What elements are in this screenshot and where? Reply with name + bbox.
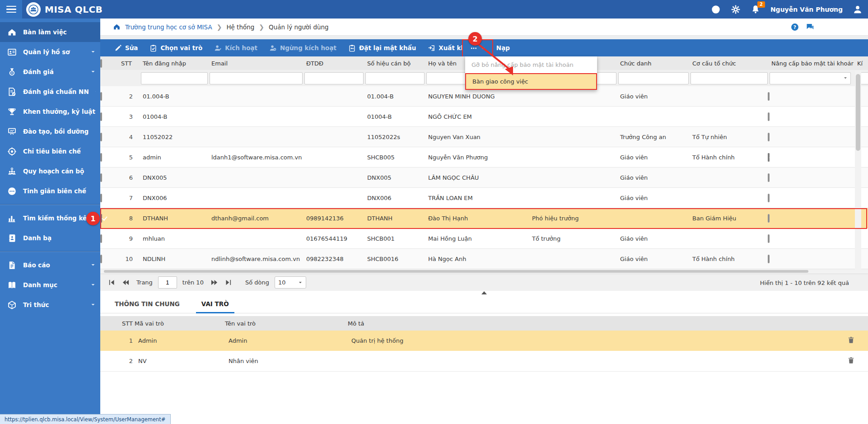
sidebar-item-dotscircle[interactable]: Tinh giản biên chế xyxy=(0,181,100,201)
column-header[interactable]: Số hiệu cán bộ xyxy=(364,60,425,67)
toolbar-button-label: Đặt lại mật khẩu xyxy=(359,44,416,51)
menu-item[interactable]: Bàn giao công việc xyxy=(465,73,597,90)
chat-icon[interactable] xyxy=(806,23,815,32)
security-upgrade-checkbox[interactable] xyxy=(768,194,770,202)
row-checkbox[interactable] xyxy=(100,255,102,263)
table-row[interactable]: 5adminldanh1@software.misa.com.vnSHCB005… xyxy=(100,147,868,168)
collapse-panel-icon[interactable] xyxy=(481,291,487,294)
table-row[interactable]: 7DNX006DNX006TRẦN LOAN EMGiáo viên xyxy=(100,188,868,208)
row-checkbox[interactable] xyxy=(100,214,102,223)
user-name[interactable]: Nguyễn Văn Phương xyxy=(770,6,843,13)
security-upgrade-checkbox[interactable] xyxy=(768,153,770,162)
filter-input[interactable] xyxy=(691,72,768,84)
sidebar-item-chart[interactable]: Tìm kiếm thống kê xyxy=(0,208,100,228)
sidebar-item-board[interactable]: Đào tạo, bồi dưỡng xyxy=(0,121,100,141)
cell-position: Phó hiệu trưởng xyxy=(528,215,616,222)
next-page-icon[interactable] xyxy=(211,279,218,286)
column-header[interactable]: Nâng cấp bảo mật tài khoản xyxy=(768,60,854,67)
filter-select[interactable] xyxy=(770,72,851,84)
sidebar-item-doccheck[interactable]: Đánh giá chuẩn NN xyxy=(0,82,100,102)
table-row[interactable]: 8DTHANHdthanh@gmail.com0989142136DTHANHĐ… xyxy=(100,208,868,228)
help-filled-icon[interactable]: ? xyxy=(790,23,799,32)
select-all-checkbox[interactable] xyxy=(100,59,102,68)
column-header[interactable]: Chức danh xyxy=(616,60,689,67)
help-icon[interactable]: ? xyxy=(711,5,721,14)
sidebar-item-label: Quản lý hồ sơ xyxy=(23,48,84,56)
sidebar-item-label: Báo cáo xyxy=(23,261,84,269)
row-checkbox[interactable] xyxy=(100,133,102,141)
filter-input[interactable] xyxy=(365,72,425,84)
breadcrumb-org[interactable]: Trường trung học cơ sở MISA xyxy=(125,23,212,31)
filter-input[interactable] xyxy=(141,72,208,84)
sidebar-item-trophy[interactable]: Khen thưởng, kỷ luật xyxy=(0,102,100,121)
row-checkbox[interactable] xyxy=(100,112,102,121)
bell-icon[interactable]: 2 xyxy=(751,5,761,14)
security-upgrade-checkbox[interactable] xyxy=(768,234,770,243)
user-avatar-icon[interactable] xyxy=(853,5,863,14)
row-checkbox[interactable] xyxy=(100,234,102,243)
sidebar-item-people[interactable]: Quy hoạch cán bộ xyxy=(0,161,100,181)
toolbar-button-clipkey[interactable]: Đặt lại mật khẩu xyxy=(342,39,422,56)
page-size-select[interactable]: 10 xyxy=(275,276,306,289)
home-icon[interactable] xyxy=(113,23,121,31)
toolbar-button-clipcheck[interactable]: Chọn vai trò xyxy=(144,39,208,56)
table-row[interactable]: 301004-B01004-BNGÔ CHỨC EM xyxy=(100,107,868,127)
security-upgrade-checkbox[interactable] xyxy=(768,112,770,121)
filter-input[interactable] xyxy=(210,72,303,84)
detail-tabs: THÔNG TIN CHUNGVAI TRÒ xyxy=(100,294,868,313)
sidebar-item-target[interactable]: Chỉ tiêu biên chế xyxy=(0,141,100,161)
sidebar-item-cube[interactable]: Tri thức xyxy=(0,295,100,315)
column-header[interactable]: STT xyxy=(117,60,139,67)
column-header[interactable]: Kí xyxy=(854,60,868,67)
board-icon xyxy=(7,127,17,136)
column-header[interactable]: Email xyxy=(208,60,303,67)
hamburger-menu-icon[interactable] xyxy=(0,0,22,19)
last-page-icon[interactable] xyxy=(225,279,232,286)
security-upgrade-checkbox[interactable] xyxy=(768,214,770,223)
clipcheck-icon xyxy=(149,44,157,52)
row-checkbox[interactable] xyxy=(100,173,102,182)
table-row[interactable]: 9mhluan01676544119SHCB001Mai Hồng LuậnTổ… xyxy=(100,228,868,249)
page-input[interactable] xyxy=(158,276,177,289)
security-upgrade-checkbox[interactable] xyxy=(768,92,770,101)
row-checkbox[interactable] xyxy=(100,92,102,101)
vertical-scrollbar[interactable] xyxy=(855,70,861,269)
table-row[interactable]: 6DNX005DNX005LÂM NGỌC CHÂUGiáo viên xyxy=(100,168,868,188)
role-row[interactable]: 1AdminAdminQuản trị hệ thống xyxy=(100,331,868,351)
cell-name: Hà Ngọc Anh xyxy=(425,256,528,262)
doccheck-icon xyxy=(7,87,17,97)
toolbar-button-label: Ngừng kích hoạt xyxy=(280,44,336,51)
row-checkbox[interactable] xyxy=(100,194,102,202)
toolbar-button-label: Kích hoạt xyxy=(225,44,257,51)
table-row[interactable]: 10NDLINHndlinh@software.misa.com.vn09822… xyxy=(100,249,868,269)
trash-icon[interactable] xyxy=(847,336,855,344)
prev-page-icon[interactable] xyxy=(122,279,129,286)
tab-general-info[interactable]: THÔNG TIN CHUNG xyxy=(106,294,189,313)
filter-input[interactable] xyxy=(304,72,364,84)
sidebar-item-idcard[interactable]: Quản lý hồ sơ xyxy=(0,42,100,62)
column-header[interactable]: Tên đăng nhập xyxy=(139,60,208,67)
column-header[interactable]: ĐTDĐ xyxy=(303,60,364,67)
column-header[interactable]: Cơ cấu tổ chức xyxy=(689,60,768,67)
row-checkbox[interactable] xyxy=(100,153,102,162)
sidebar-item-contacts[interactable]: Danh bạ xyxy=(0,228,100,248)
security-upgrade-checkbox[interactable] xyxy=(768,133,770,141)
filter-input[interactable] xyxy=(618,72,689,84)
tab-roles[interactable]: VAI TRÒ xyxy=(192,294,238,313)
security-upgrade-checkbox[interactable] xyxy=(768,255,770,263)
toolbar-button-pencil[interactable]: Sửa xyxy=(108,39,144,56)
ellipsis-icon xyxy=(470,45,477,52)
breadcrumb-system[interactable]: Hệ thống xyxy=(226,23,254,31)
sidebar-item-report[interactable]: Báo cáo xyxy=(0,255,100,275)
horizontal-scrollbar[interactable] xyxy=(100,269,868,274)
target-icon xyxy=(7,147,17,156)
gear-icon[interactable] xyxy=(731,5,741,14)
sidebar-item-home[interactable]: Bàn làm việc xyxy=(0,22,100,42)
table-row[interactable]: 41105202211052022sNguyen Van XuanTrưởng … xyxy=(100,127,868,147)
sidebar-item-book[interactable]: Danh mục xyxy=(0,275,100,295)
security-upgrade-checkbox[interactable] xyxy=(768,173,770,182)
trash-icon[interactable] xyxy=(847,356,855,364)
role-row[interactable]: 2NVNhân viên xyxy=(100,351,868,372)
first-page-icon[interactable] xyxy=(108,279,115,286)
sidebar-item-medal[interactable]: Đánh giá xyxy=(0,62,100,82)
